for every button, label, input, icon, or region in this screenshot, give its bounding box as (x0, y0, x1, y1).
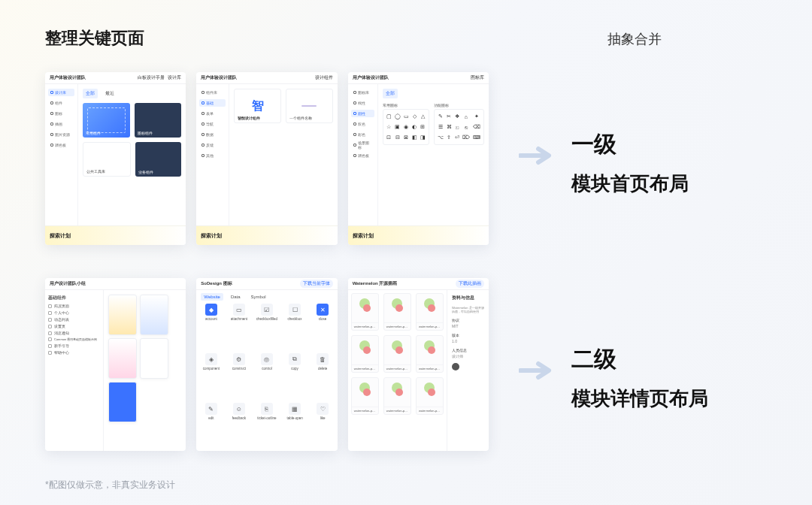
preview-thumb (108, 338, 137, 379)
subtitle: 图标库 (471, 74, 484, 81)
breadcrumb: SoDesign 图标 (201, 280, 232, 287)
thumb-home-1: 用户体验设计团队 白板设计手册 设计库 设计库 组件 图标 插画 图片资源 调色… (45, 72, 186, 245)
card: 一个组件名称 (286, 89, 333, 123)
nav-item: 图片资源 (48, 131, 74, 138)
download-chip: 下载当前字体 (300, 280, 333, 288)
filter-tabs: 全部 最近 (83, 89, 181, 98)
icon-catalog: ◆account ▭attachment ☑checkboxfilled ☐ch… (196, 301, 337, 451)
breadcrumb: 用户体验设计团队 (50, 74, 86, 81)
nav-item: 组件库 (199, 89, 226, 96)
side-nav: 设计库 组件 图标 插画 图片资源 调色板 (45, 84, 78, 225)
thumb-detail-3: Watermelon 开源插画 下载此插画 watermelon-pack-il… (348, 278, 489, 451)
card: 业务组件 (135, 142, 182, 177)
label-level2-sub: 模块详情页布局 (571, 386, 708, 412)
card: 公共工具库 (83, 142, 131, 177)
arrow-icon (519, 144, 555, 167)
breadcrumb: 用户设计团队小组 (50, 280, 86, 287)
avatar (452, 363, 459, 370)
tab: Symbol (248, 293, 269, 301)
row-level2-thumbs: 用户设计团队小组 基础组件 简况页面 个人中心 动态列表 设置页 消息通知 Co… (45, 278, 489, 451)
tree-panel: 基础组件 简况页面 个人中心 动态列表 设置页 消息通知 Common 通用基础… (45, 290, 104, 451)
arrow-icon (519, 359, 555, 382)
nav-item: 其他 (199, 152, 226, 159)
thumb-detail-1: 用户设计团队小组 基础组件 简况页面 个人中心 动态列表 设置页 消息通知 Co… (45, 278, 186, 451)
card: 图标组件 (135, 103, 182, 138)
heading-abstract: 抽象合并 (607, 30, 662, 48)
label-level1: 一级 模块首页布局 (571, 129, 689, 197)
nav-item: 导航 (199, 120, 226, 128)
breadcrumb: Watermelon 开源插画 (353, 280, 398, 287)
nav-item: 图标 (48, 110, 74, 117)
sidebar-title: 资料与信息 (452, 295, 484, 301)
group-label: 常用图标 (383, 103, 429, 107)
thumb-home-3: 用户体验设计团队 图标库 图标库 线性 面性 双色 彩色 场景图标 调色板 全部… (348, 72, 489, 245)
promo-footer: 探索计划 (196, 225, 337, 245)
preview-thumb (140, 295, 168, 335)
nav-item: 图标库 (351, 89, 374, 96)
tab-link: 设计库 (168, 74, 181, 81)
nav-item: 反馈 (199, 141, 226, 149)
nav-item: 组件 (48, 99, 74, 107)
group-label: 功能图标 (434, 103, 484, 107)
nav-item: 设计库 (48, 89, 74, 96)
nav-item: 场景图标 (351, 141, 374, 149)
card: 常用组件 (83, 103, 130, 138)
detail-sidebar: 资料与信息 Watermelon 是一组开源插画，可以自由使用 协议MIT 版本… (447, 290, 489, 451)
nav-item: 面性 (351, 110, 374, 117)
tab: 全部 (83, 89, 98, 98)
nav-item: 调色板 (48, 141, 74, 149)
illustration-grid: watermelon-pack-illustration-… watermelo… (348, 290, 447, 451)
nav-item: 调色板 (351, 152, 374, 159)
tab: Website (201, 293, 223, 301)
card: 智 智能设计组件 (234, 89, 281, 123)
tab: 全部 (383, 89, 398, 98)
dash-icon (301, 105, 317, 107)
nav-item: 表单 (199, 110, 226, 117)
promo-footer: 探索计划 (45, 225, 186, 245)
nav-item: 插画 (48, 120, 74, 128)
icon-grid: ✎✂❖⌂✦ ☰⌘⏍⎋⌫ ⌥⇧⏎⌦⌨ (434, 109, 484, 145)
thumb-home-2: 用户体验设计团队 设计组件 组件库 基础 表单 导航 数据 反馈 其他 智 智能… (196, 72, 337, 245)
preview-pane (104, 290, 186, 451)
card-glyph: 智 (252, 98, 264, 114)
promo-footer: 探索计划 (348, 225, 489, 245)
icon-grid: ▢◯▭◇△ ☆▣◉◐⊞ ⊡⊟⊠◧◨ (383, 109, 429, 145)
breadcrumb: 用户体验设计团队 (201, 74, 237, 81)
nav-item: 数据 (199, 131, 226, 138)
nav-item: 彩色 (351, 131, 374, 138)
download-chip: 下载此插画 (456, 280, 484, 288)
tab: 最近 (102, 89, 117, 98)
label-level1-title: 一级 (571, 129, 689, 160)
label-level2: 二级 模块详情页布局 (571, 344, 708, 412)
footnote: *配图仅做示意，非真实业务设计 (45, 479, 175, 491)
tab-link: 白板设计手册 (138, 74, 165, 81)
nav-item: 线性 (351, 99, 374, 107)
label-level1-sub: 模块首页布局 (571, 171, 689, 197)
preview-thumb (140, 338, 168, 379)
thumb-detail-2: SoDesign 图标 下载当前字体 Website Data Symbol ◆… (196, 278, 337, 451)
nav-item: 双色 (351, 120, 374, 128)
tab: Data (228, 293, 244, 301)
heading-organize: 整理关键页面 (45, 27, 144, 50)
side-nav: 图标库 线性 面性 双色 彩色 场景图标 调色板 (348, 84, 378, 225)
nav-item: 基础 (199, 99, 226, 107)
breadcrumb: 用户体验设计团队 (353, 74, 389, 81)
label-level2-title: 二级 (571, 344, 708, 375)
panel-title: 基础组件 (48, 295, 100, 301)
preview-thumb (108, 295, 137, 335)
subtitle: 设计组件 (315, 74, 333, 81)
sidebar-desc: Watermelon 是一组开源插画，可以自由使用 (452, 306, 484, 313)
row-level1-thumbs: 用户体验设计团队 白板设计手册 设计库 设计库 组件 图标 插画 图片资源 调色… (45, 72, 489, 245)
side-nav: 组件库 基础 表单 导航 数据 反馈 其他 (196, 84, 229, 225)
preview-thumb (108, 382, 137, 422)
